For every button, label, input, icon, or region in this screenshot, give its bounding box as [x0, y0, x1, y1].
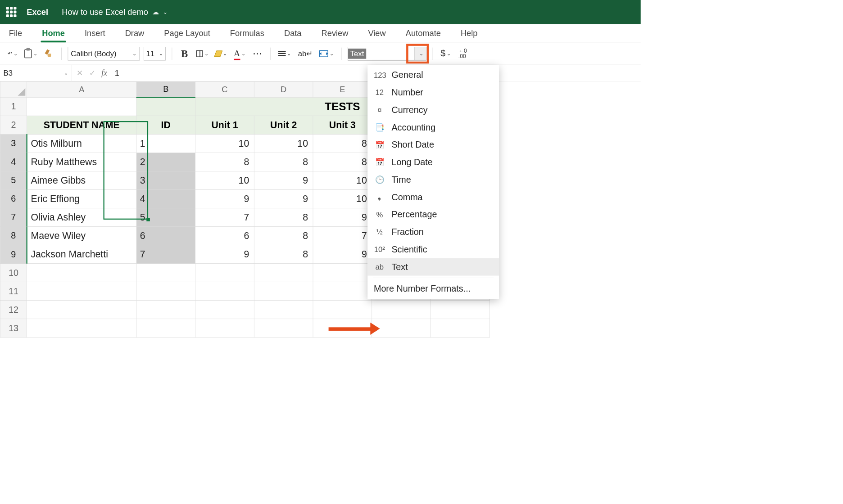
cell[interactable] [27, 97, 136, 116]
column-title[interactable]: Unit 2 [254, 116, 313, 134]
row-header[interactable]: 2 [0, 116, 27, 134]
tab-formulas[interactable]: Formulas [228, 25, 266, 42]
student-name-cell[interactable]: Olivia Ashley [27, 208, 136, 226]
decrease-decimal-button[interactable]: ←0.00 [457, 47, 469, 60]
more-font-options[interactable]: ⋯ [251, 47, 264, 60]
tab-page-layout[interactable]: Page Layout [162, 25, 213, 42]
tab-file[interactable]: File [7, 25, 24, 42]
row-header[interactable]: 13 [0, 319, 27, 338]
score-cell[interactable]: 9 [254, 171, 313, 189]
col-header-C[interactable]: C [195, 81, 254, 97]
score-cell[interactable]: 8 [254, 245, 313, 264]
row-header[interactable]: 11 [0, 282, 27, 301]
score-cell[interactable]: 9 [254, 189, 313, 208]
cell[interactable] [313, 301, 372, 319]
number-format-option[interactable]: %Percentage [367, 206, 499, 224]
merge-button[interactable]: ⌄ [318, 47, 335, 60]
cell[interactable] [136, 282, 195, 301]
student-name-cell[interactable]: Maeve Wiley [27, 227, 136, 245]
id-cell[interactable]: 3 [136, 171, 195, 189]
id-cell[interactable]: 5 [136, 208, 195, 226]
col-header-E[interactable]: E [313, 81, 372, 97]
score-cell[interactable]: 8 [313, 153, 372, 171]
row-header[interactable]: 5 [0, 171, 27, 189]
number-format-option[interactable]: 12Number [367, 84, 499, 101]
score-cell[interactable]: 10 [254, 134, 313, 153]
number-format-option[interactable]: 📑Accounting [367, 119, 499, 136]
wrap-text-button[interactable]: ab↵ [297, 47, 314, 60]
row-header[interactable]: 1 [0, 97, 27, 116]
paste-button[interactable]: ⌄ [23, 47, 39, 60]
app-launcher-icon[interactable] [6, 7, 17, 17]
tab-view[interactable]: View [366, 25, 388, 42]
cell[interactable] [195, 282, 254, 301]
cell[interactable] [136, 264, 195, 282]
cancel-formula-icon[interactable]: ✕ [77, 68, 83, 77]
row-header[interactable]: 10 [0, 264, 27, 282]
score-cell[interactable]: 8 [254, 227, 313, 245]
title-dropdown-icon[interactable]: ⌄ [163, 9, 168, 15]
cell[interactable] [431, 301, 489, 319]
number-format-option[interactable]: abText [367, 258, 499, 276]
cell[interactable] [313, 282, 372, 301]
score-cell[interactable]: 10 [313, 171, 372, 189]
row-header[interactable]: 8 [0, 227, 27, 245]
cell[interactable] [27, 282, 136, 301]
score-cell[interactable]: 9 [313, 245, 372, 264]
cell[interactable] [195, 301, 254, 319]
score-cell[interactable]: 7 [313, 227, 372, 245]
fx-icon[interactable]: fx [101, 68, 107, 78]
fill-color-button[interactable]: ⌄ [214, 47, 228, 60]
font-family-select[interactable]: Calibri (Body)⌄ [68, 47, 140, 60]
tab-insert[interactable]: Insert [82, 25, 107, 42]
row-header[interactable]: 6 [0, 189, 27, 208]
number-format-option[interactable]: ❟Comma [367, 189, 499, 206]
format-painter-button[interactable] [43, 47, 55, 60]
cell[interactable] [313, 319, 372, 338]
more-number-formats[interactable]: More Number Formats... [367, 280, 499, 297]
row-header[interactable]: 9 [0, 245, 27, 264]
score-cell[interactable]: 8 [254, 208, 313, 226]
col-header-B[interactable]: B [136, 81, 195, 97]
student-name-cell[interactable]: Otis Milburn [27, 134, 136, 153]
student-name-cell[interactable]: Aimee Gibbs [27, 171, 136, 189]
cell[interactable] [372, 301, 431, 319]
tab-home[interactable]: Home [40, 25, 67, 42]
accounting-format-button[interactable]: $⌄ [439, 47, 452, 60]
column-title[interactable]: Unit 1 [195, 116, 254, 134]
score-cell[interactable]: 10 [195, 171, 254, 189]
font-size-select[interactable]: 11⌄ [144, 47, 166, 60]
name-box[interactable]: B3⌄ [0, 65, 72, 81]
cell[interactable] [27, 301, 136, 319]
cell[interactable] [27, 264, 136, 282]
align-button[interactable]: ⌄ [277, 47, 293, 60]
score-cell[interactable]: 8 [313, 134, 372, 153]
score-cell[interactable]: 7 [195, 208, 254, 226]
number-format-option[interactable]: ½Fraction [367, 223, 499, 241]
number-format-option[interactable]: 123General [367, 66, 499, 84]
score-cell[interactable]: 10 [195, 134, 254, 153]
borders-button[interactable]: ⌄ [195, 47, 209, 60]
score-cell[interactable]: 6 [195, 227, 254, 245]
number-format-select[interactable]: Text ⌄ [348, 47, 426, 60]
cell[interactable] [195, 319, 254, 338]
cell[interactable] [254, 319, 313, 338]
cell[interactable] [136, 97, 195, 116]
cell[interactable] [431, 319, 489, 338]
id-cell[interactable]: 4 [136, 189, 195, 208]
tab-automate[interactable]: Automate [403, 25, 443, 42]
row-header[interactable]: 12 [0, 301, 27, 319]
undo-button[interactable]: ↶⌄ [6, 47, 19, 60]
column-title[interactable]: ID [136, 116, 195, 134]
number-format-option[interactable]: 📅Long Date [367, 153, 499, 171]
row-header[interactable]: 4 [0, 153, 27, 171]
score-cell[interactable]: 10 [313, 189, 372, 208]
id-cell[interactable]: 1 [136, 134, 195, 153]
cell[interactable] [254, 282, 313, 301]
id-cell[interactable]: 2 [136, 153, 195, 171]
number-format-option[interactable]: 🕒Time [367, 171, 499, 189]
enter-formula-icon[interactable]: ✓ [89, 68, 95, 77]
document-name[interactable]: How to use Excel demo [62, 7, 148, 17]
cell[interactable] [254, 264, 313, 282]
tab-review[interactable]: Review [319, 25, 350, 42]
